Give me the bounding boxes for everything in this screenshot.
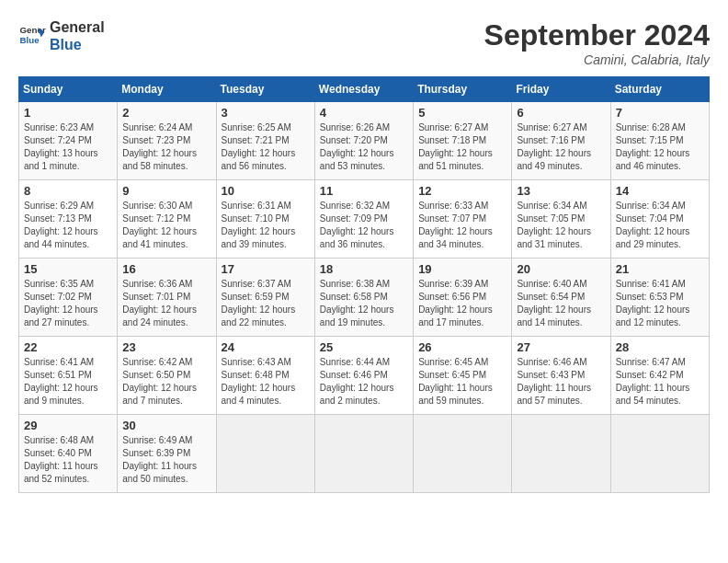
day-info: Sunrise: 6:33 AM Sunset: 7:07 PM Dayligh… <box>418 200 506 251</box>
weekday-header-thursday: Thursday <box>414 77 512 102</box>
calendar-cell: 17Sunrise: 6:37 AM Sunset: 6:59 PM Dayli… <box>216 259 314 337</box>
weekday-header-friday: Friday <box>512 77 610 102</box>
logo-icon: General Blue <box>18 22 46 50</box>
day-number: 15 <box>24 262 112 276</box>
calendar-cell: 20Sunrise: 6:40 AM Sunset: 6:54 PM Dayli… <box>512 259 610 337</box>
calendar-cell: 6Sunrise: 6:27 AM Sunset: 7:16 PM Daylig… <box>512 102 610 180</box>
calendar-cell: 30Sunrise: 6:49 AM Sunset: 6:39 PM Dayli… <box>118 415 216 493</box>
day-number: 3 <box>222 106 310 120</box>
day-number: 18 <box>320 262 408 276</box>
day-number: 2 <box>122 106 210 120</box>
weekday-header-monday: Monday <box>118 77 216 102</box>
calendar-cell <box>610 415 709 493</box>
calendar-cell: 14Sunrise: 6:34 AM Sunset: 7:04 PM Dayli… <box>610 180 709 259</box>
calendar-cell: 10Sunrise: 6:31 AM Sunset: 7:10 PM Dayli… <box>216 180 314 259</box>
page-header: General Blue General Blue September 2024… <box>18 18 710 67</box>
calendar-cell: 7Sunrise: 6:28 AM Sunset: 7:15 PM Daylig… <box>610 102 709 180</box>
weekday-header-row: SundayMondayTuesdayWednesdayThursdayFrid… <box>19 77 710 102</box>
calendar-cell: 8Sunrise: 6:29 AM Sunset: 7:13 PM Daylig… <box>19 180 118 259</box>
day-info: Sunrise: 6:35 AM Sunset: 7:02 PM Dayligh… <box>24 278 112 329</box>
day-number: 12 <box>418 184 506 198</box>
day-info: Sunrise: 6:43 AM Sunset: 6:48 PM Dayligh… <box>222 356 310 408</box>
day-number: 7 <box>616 106 704 120</box>
calendar-cell: 27Sunrise: 6:46 AM Sunset: 6:43 PM Dayli… <box>512 337 610 415</box>
day-info: Sunrise: 6:25 AM Sunset: 7:21 PM Dayligh… <box>222 121 310 173</box>
calendar-cell: 25Sunrise: 6:44 AM Sunset: 6:46 PM Dayli… <box>314 337 413 415</box>
calendar-cell <box>216 415 314 493</box>
calendar-cell: 1Sunrise: 6:23 AM Sunset: 7:24 PM Daylig… <box>19 102 118 180</box>
month-title: September 2024 <box>484 18 710 52</box>
day-info: Sunrise: 6:40 AM Sunset: 6:54 PM Dayligh… <box>517 278 605 329</box>
day-info: Sunrise: 6:37 AM Sunset: 6:59 PM Dayligh… <box>222 278 310 329</box>
day-number: 22 <box>24 340 112 354</box>
weekday-header-wednesday: Wednesday <box>314 77 413 102</box>
day-info: Sunrise: 6:32 AM Sunset: 7:09 PM Dayligh… <box>320 200 408 251</box>
calendar-cell: 22Sunrise: 6:41 AM Sunset: 6:51 PM Dayli… <box>19 337 118 415</box>
location: Camini, Calabria, Italy <box>484 52 710 67</box>
day-number: 9 <box>122 184 210 198</box>
day-info: Sunrise: 6:31 AM Sunset: 7:10 PM Dayligh… <box>222 200 310 251</box>
day-number: 17 <box>222 262 310 276</box>
day-info: Sunrise: 6:41 AM Sunset: 6:51 PM Dayligh… <box>24 356 112 408</box>
day-info: Sunrise: 6:46 AM Sunset: 6:43 PM Dayligh… <box>517 356 605 408</box>
weekday-header-saturday: Saturday <box>610 77 709 102</box>
calendar-cell: 29Sunrise: 6:48 AM Sunset: 6:40 PM Dayli… <box>19 415 118 493</box>
calendar-cell: 26Sunrise: 6:45 AM Sunset: 6:45 PM Dayli… <box>414 337 512 415</box>
day-info: Sunrise: 6:34 AM Sunset: 7:05 PM Dayligh… <box>517 200 605 251</box>
calendar-cell: 13Sunrise: 6:34 AM Sunset: 7:05 PM Dayli… <box>512 180 610 259</box>
day-number: 13 <box>517 184 605 198</box>
calendar-cell: 9Sunrise: 6:30 AM Sunset: 7:12 PM Daylig… <box>118 180 216 259</box>
title-block: September 2024 Camini, Calabria, Italy <box>484 18 710 67</box>
logo: General Blue General Blue <box>18 18 105 53</box>
calendar-cell: 2Sunrise: 6:24 AM Sunset: 7:23 PM Daylig… <box>118 102 216 180</box>
day-info: Sunrise: 6:34 AM Sunset: 7:04 PM Dayligh… <box>616 200 704 251</box>
calendar-week-row: 8Sunrise: 6:29 AM Sunset: 7:13 PM Daylig… <box>19 180 710 259</box>
day-info: Sunrise: 6:45 AM Sunset: 6:45 PM Dayligh… <box>418 356 506 408</box>
day-info: Sunrise: 6:30 AM Sunset: 7:12 PM Dayligh… <box>122 200 210 251</box>
day-number: 4 <box>320 106 408 120</box>
day-info: Sunrise: 6:42 AM Sunset: 6:50 PM Dayligh… <box>122 356 210 408</box>
svg-text:Blue: Blue <box>20 35 40 45</box>
calendar-cell: 3Sunrise: 6:25 AM Sunset: 7:21 PM Daylig… <box>216 102 314 180</box>
day-info: Sunrise: 6:29 AM Sunset: 7:13 PM Dayligh… <box>24 200 112 251</box>
calendar-week-row: 1Sunrise: 6:23 AM Sunset: 7:24 PM Daylig… <box>19 102 710 180</box>
calendar-cell: 16Sunrise: 6:36 AM Sunset: 7:01 PM Dayli… <box>118 259 216 337</box>
logo-blue: Blue <box>50 36 105 53</box>
day-info: Sunrise: 6:36 AM Sunset: 7:01 PM Dayligh… <box>122 278 210 329</box>
day-info: Sunrise: 6:41 AM Sunset: 6:53 PM Dayligh… <box>616 278 704 329</box>
day-info: Sunrise: 6:47 AM Sunset: 6:42 PM Dayligh… <box>616 356 704 408</box>
calendar-cell: 24Sunrise: 6:43 AM Sunset: 6:48 PM Dayli… <box>216 337 314 415</box>
calendar-cell <box>314 415 413 493</box>
weekday-header-sunday: Sunday <box>19 77 118 102</box>
calendar-cell: 4Sunrise: 6:26 AM Sunset: 7:20 PM Daylig… <box>314 102 413 180</box>
logo-general: General <box>50 18 105 36</box>
day-number: 1 <box>24 106 112 120</box>
calendar-cell: 19Sunrise: 6:39 AM Sunset: 6:56 PM Dayli… <box>414 259 512 337</box>
day-number: 24 <box>222 340 310 354</box>
day-info: Sunrise: 6:27 AM Sunset: 7:16 PM Dayligh… <box>517 121 605 173</box>
day-info: Sunrise: 6:26 AM Sunset: 7:20 PM Dayligh… <box>320 121 408 173</box>
calendar-cell <box>414 415 512 493</box>
day-number: 19 <box>418 262 506 276</box>
calendar-cell <box>512 415 610 493</box>
day-number: 6 <box>517 106 605 120</box>
weekday-header-tuesday: Tuesday <box>216 77 314 102</box>
calendar-week-row: 15Sunrise: 6:35 AM Sunset: 7:02 PM Dayli… <box>19 259 710 337</box>
calendar-cell: 11Sunrise: 6:32 AM Sunset: 7:09 PM Dayli… <box>314 180 413 259</box>
day-info: Sunrise: 6:28 AM Sunset: 7:15 PM Dayligh… <box>616 121 704 173</box>
day-number: 11 <box>320 184 408 198</box>
day-number: 20 <box>517 262 605 276</box>
calendar-cell: 12Sunrise: 6:33 AM Sunset: 7:07 PM Dayli… <box>414 180 512 259</box>
day-info: Sunrise: 6:27 AM Sunset: 7:18 PM Dayligh… <box>418 121 506 173</box>
day-number: 30 <box>122 419 210 432</box>
calendar-table: SundayMondayTuesdayWednesdayThursdayFrid… <box>18 76 710 493</box>
day-number: 10 <box>222 184 310 198</box>
day-info: Sunrise: 6:23 AM Sunset: 7:24 PM Dayligh… <box>24 121 112 173</box>
calendar-cell: 18Sunrise: 6:38 AM Sunset: 6:58 PM Dayli… <box>314 259 413 337</box>
day-number: 16 <box>122 262 210 276</box>
day-number: 5 <box>418 106 506 120</box>
calendar-cell: 21Sunrise: 6:41 AM Sunset: 6:53 PM Dayli… <box>610 259 709 337</box>
calendar-week-row: 29Sunrise: 6:48 AM Sunset: 6:40 PM Dayli… <box>19 415 710 493</box>
day-info: Sunrise: 6:49 AM Sunset: 6:39 PM Dayligh… <box>122 434 210 486</box>
day-info: Sunrise: 6:44 AM Sunset: 6:46 PM Dayligh… <box>320 356 408 408</box>
